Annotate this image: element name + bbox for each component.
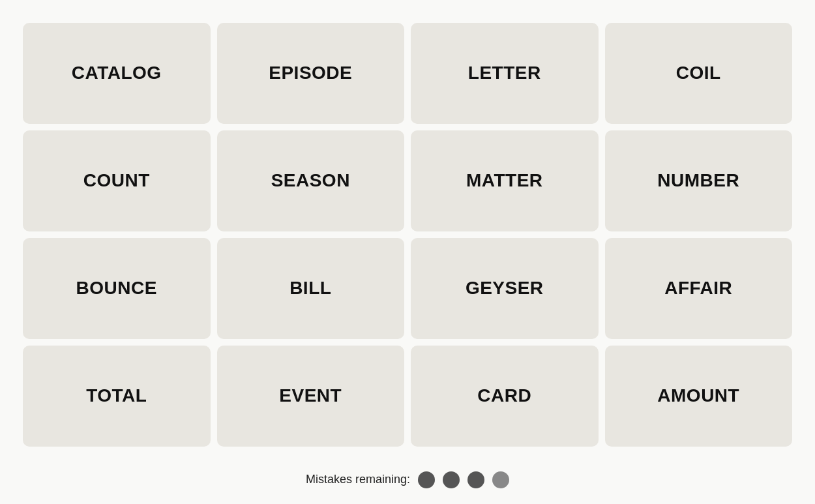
word-card-count[interactable]: COUNT: [23, 130, 211, 231]
word-card-episode[interactable]: EPISODE: [217, 23, 405, 124]
word-card-card[interactable]: CARD: [411, 346, 599, 447]
word-card-event[interactable]: EVENT: [217, 346, 405, 447]
word-card-coil[interactable]: COIL: [605, 23, 793, 124]
word-label-matter: MATTER: [466, 170, 543, 191]
word-label-card: CARD: [477, 385, 531, 406]
word-card-season[interactable]: SEASON: [217, 130, 405, 231]
word-label-bounce: BOUNCE: [76, 278, 157, 299]
word-label-bill: BILL: [289, 278, 331, 299]
mistake-dot-2: [443, 471, 460, 488]
word-label-episode: EPISODE: [269, 63, 352, 83]
word-label-geyser: GEYSER: [466, 278, 544, 299]
word-card-number[interactable]: NUMBER: [605, 130, 793, 231]
word-card-affair[interactable]: AFFAIR: [605, 238, 793, 339]
word-label-affair: AFFAIR: [664, 278, 732, 299]
word-label-season: SEASON: [271, 170, 350, 191]
mistake-dot-1: [418, 471, 435, 488]
word-card-matter[interactable]: MATTER: [411, 130, 599, 231]
mistakes-label: Mistakes remaining:: [306, 473, 410, 486]
word-label-amount: AMOUNT: [657, 385, 739, 406]
mistake-dot-4: [492, 471, 509, 488]
word-card-geyser[interactable]: GEYSER: [411, 238, 599, 339]
word-card-letter[interactable]: LETTER: [411, 23, 599, 124]
word-label-total: TOTAL: [86, 385, 147, 406]
word-card-total[interactable]: TOTAL: [23, 346, 211, 447]
word-card-catalog[interactable]: CATALOG: [23, 23, 211, 124]
mistake-dot-3: [467, 471, 484, 488]
mistakes-row: Mistakes remaining:: [306, 471, 509, 488]
word-grid: CATALOGEPISODELETTERCOILCOUNTSEASONMATTE…: [10, 10, 805, 460]
word-label-coil: COIL: [676, 63, 721, 83]
word-label-number: NUMBER: [657, 170, 739, 191]
word-card-amount[interactable]: AMOUNT: [605, 346, 793, 447]
word-label-event: EVENT: [279, 385, 342, 406]
word-label-letter: LETTER: [468, 63, 541, 83]
word-label-count: COUNT: [83, 170, 150, 191]
word-card-bill[interactable]: BILL: [217, 238, 405, 339]
word-label-catalog: CATALOG: [72, 63, 162, 83]
word-card-bounce[interactable]: BOUNCE: [23, 238, 211, 339]
